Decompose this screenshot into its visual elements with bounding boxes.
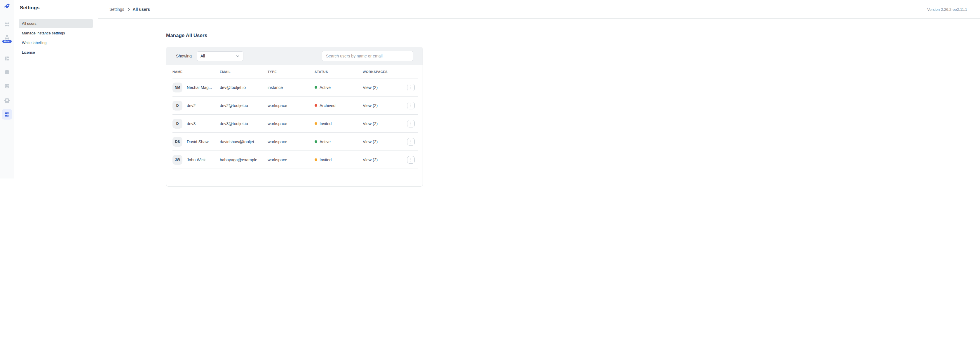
status-dot xyxy=(315,122,317,125)
row-actions xyxy=(407,156,415,163)
workspaces-view-link[interactable]: View (2) xyxy=(363,103,407,108)
col-header-status: STATUS xyxy=(315,70,363,73)
user-email: dev3@tooljet.io xyxy=(220,121,267,126)
nav-item-label: Manage instance settings xyxy=(22,31,65,35)
workspaces-view-link[interactable]: View (2) xyxy=(363,85,407,90)
page-title: Manage All Users xyxy=(166,33,207,38)
status-label: Archived xyxy=(320,103,335,108)
user-status: Archived xyxy=(315,103,363,108)
row-menu-button[interactable] xyxy=(407,102,415,109)
status-dot xyxy=(315,159,317,161)
status-label: Active xyxy=(320,85,331,90)
user-name-cell: Ddev3 xyxy=(172,119,220,129)
avatar: D xyxy=(172,101,182,111)
user-type: instance xyxy=(267,85,315,90)
table-header-row: NAME EMAIL TYPE STATUS WORKSPACES xyxy=(172,65,418,78)
col-header-workspaces: WORKSPACES xyxy=(363,70,407,73)
workspaces-view-link[interactable]: View (2) xyxy=(363,121,407,126)
icon-rail: Beta xyxy=(0,0,14,179)
user-name: dev3 xyxy=(187,121,196,126)
table-row: NMNechal Mag...dev@tooljet.ioinstanceAct… xyxy=(172,78,418,97)
instance-settings-server-icon[interactable] xyxy=(2,109,12,120)
settings-nav-panel: Settings All users Manage instance setti… xyxy=(14,0,98,179)
row-actions xyxy=(407,138,415,146)
row-menu-button[interactable] xyxy=(407,120,415,127)
user-status: Active xyxy=(315,140,363,144)
col-header-name: NAME xyxy=(172,70,220,73)
database-layout-icon[interactable] xyxy=(4,56,10,62)
user-name-cell: DSDavid Shaw xyxy=(172,137,220,147)
beta-badge: Beta xyxy=(2,40,11,43)
avatar: JW xyxy=(172,155,182,165)
user-type: workspace xyxy=(267,140,315,144)
workspace-settings-gear-icon[interactable] xyxy=(4,97,10,103)
user-status: Invited xyxy=(315,157,363,162)
user-name-cell: JWJohn Wick xyxy=(172,155,220,165)
user-name: dev2 xyxy=(187,103,196,108)
user-name-cell: NMNechal Mag... xyxy=(172,83,220,92)
status-dot xyxy=(315,86,317,89)
user-status: Invited xyxy=(315,121,363,126)
nav-item-label: License xyxy=(22,50,35,54)
users-table: NAME EMAIL TYPE STATUS WORKSPACES NMNech… xyxy=(172,65,418,169)
datasources-wallet-icon[interactable] xyxy=(4,69,10,75)
row-menu-button[interactable] xyxy=(407,84,415,91)
avatar: D xyxy=(172,119,182,129)
filter-bar: Showing All xyxy=(166,47,423,65)
dropdown-value: All xyxy=(200,54,205,58)
users-table-body: NMNechal Mag...dev@tooljet.ioinstanceAct… xyxy=(172,78,418,169)
workspaces-view-link[interactable]: View (2) xyxy=(363,157,407,162)
status-label: Active xyxy=(320,140,331,144)
status-dot xyxy=(315,140,317,143)
user-name: John Wick xyxy=(187,157,206,162)
status-dot xyxy=(315,104,317,107)
nav-item-label: White labelling xyxy=(22,41,47,45)
col-header-type: TYPE xyxy=(267,70,315,73)
status-label: Invited xyxy=(320,157,331,162)
user-name: David Shaw xyxy=(187,140,208,144)
user-name-cell: Ddev2 xyxy=(172,101,220,111)
user-status: Active xyxy=(315,85,363,90)
user-filter-dropdown[interactable]: All xyxy=(197,51,243,61)
user-type: workspace xyxy=(267,157,315,162)
chevron-right-icon xyxy=(127,8,130,11)
table-row: JWJohn Wickbabayaga@example...workspaceI… xyxy=(172,151,418,169)
user-name: Nechal Mag... xyxy=(187,85,212,90)
nav-item-label: All users xyxy=(22,21,37,26)
avatar: DS xyxy=(172,137,182,147)
apps-grid-icon[interactable] xyxy=(4,21,10,27)
main-area: Settings All users Version 2.26.2-ee2.11… xyxy=(98,0,490,179)
showing-label: Showing xyxy=(176,54,192,58)
workflows-hexagons-icon[interactable] xyxy=(4,34,10,40)
main-header: Settings All users Version 2.26.2-ee2.11… xyxy=(98,0,490,19)
breadcrumb: Settings All users xyxy=(110,0,150,19)
breadcrumb-settings-link[interactable]: Settings xyxy=(110,7,124,12)
row-menu-button[interactable] xyxy=(407,156,415,163)
search-input[interactable] xyxy=(322,51,413,61)
nav-item-manage-instance-settings[interactable]: Manage instance settings xyxy=(19,29,93,38)
row-menu-button[interactable] xyxy=(407,138,415,146)
row-actions xyxy=(407,102,415,109)
marketplace-store-icon[interactable] xyxy=(4,83,10,89)
nav-item-all-users[interactable]: All users xyxy=(19,19,93,28)
user-email: davidshaw@tooljet.... xyxy=(220,140,267,144)
user-type: workspace xyxy=(267,103,315,108)
breadcrumb-current: All users xyxy=(133,7,150,12)
table-row: DSDavid Shawdavidshaw@tooljet....workspa… xyxy=(172,133,418,151)
col-header-email: EMAIL xyxy=(220,70,267,73)
settings-nav: All users Manage instance settings White… xyxy=(19,19,93,57)
table-row: Ddev3dev3@tooljet.ioworkspaceInvitedView… xyxy=(172,114,418,133)
rocket-logo-icon[interactable] xyxy=(3,2,11,11)
user-email: babayaga@example... xyxy=(220,157,267,162)
table-row: Ddev2dev2@tooljet.ioworkspaceArchivedVie… xyxy=(172,97,418,114)
row-actions xyxy=(407,84,415,91)
workspaces-view-link[interactable]: View (2) xyxy=(363,140,407,144)
nav-item-white-labelling[interactable]: White labelling xyxy=(19,38,93,47)
user-email: dev@tooljet.io xyxy=(220,85,267,90)
user-email: dev2@tooljet.io xyxy=(220,103,267,108)
row-actions xyxy=(407,120,415,127)
avatar: NM xyxy=(172,83,182,92)
chevron-down-icon xyxy=(236,54,240,58)
nav-item-license[interactable]: License xyxy=(19,48,93,57)
user-type: workspace xyxy=(267,121,315,126)
